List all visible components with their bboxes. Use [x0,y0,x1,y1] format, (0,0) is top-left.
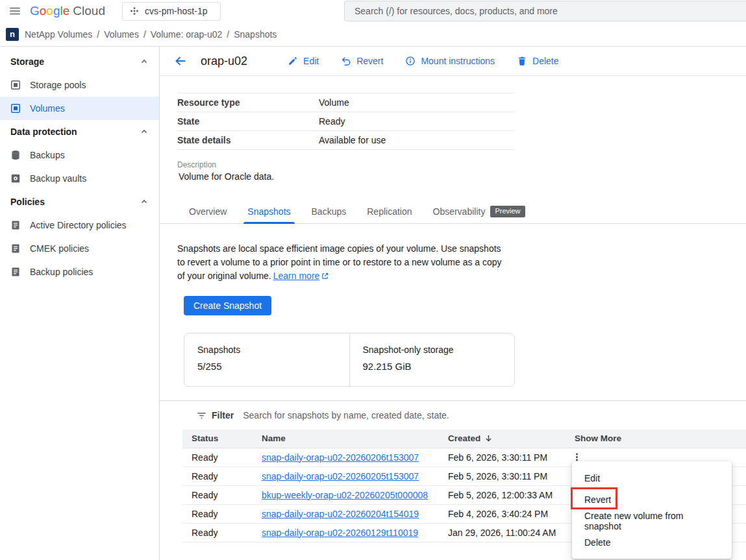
snapshot-link[interactable]: snap-daily-orap-u02-20260129t110019 [262,528,418,538]
tab-overview[interactable]: Overview [179,199,237,223]
stat-snapshot-count: Snapshots 5/255 [184,334,349,386]
snapshot-actions-menu: Edit Revert Create new volume from snaps… [572,461,732,559]
page-actions: Edit Revert Mount instructions Delete [288,56,558,66]
breadcrumb-separator: / [143,29,146,40]
sidebar-section-policies[interactable]: Policies [0,190,159,213]
filter-input[interactable] [243,410,730,420]
menu-item-delete[interactable]: Delete [572,531,732,553]
backups-icon [10,149,21,161]
breadcrumb-item-volumes[interactable]: Volumes [104,29,139,40]
description-label: Description [177,160,746,169]
filter-bar[interactable]: Filter [160,401,746,430]
sidebar-item-cmek-policies[interactable]: CMEK policies [0,237,159,260]
sidebar-item-storage-pools[interactable]: Storage pools [0,73,159,97]
menu-icon[interactable] [5,1,25,21]
policy-document-icon [10,266,21,278]
sort-descending-icon[interactable] [484,434,493,443]
action-label: Revert [356,56,383,66]
breadcrumb-separator: / [97,29,99,40]
action-label: Mount instructions [421,56,495,66]
detail-label: State [177,116,319,127]
logo-letter: G [30,4,40,18]
project-selector[interactable]: cvs-pm-host-1p [122,2,221,21]
sidebar-item-backups[interactable]: Backups [0,143,159,167]
search-input[interactable] [354,6,739,16]
google-cloud-logo[interactable]: Google Cloud [30,4,105,18]
tab-snapshots[interactable]: Snapshots [237,199,301,223]
logo-cloud-text: Cloud [73,4,105,18]
sidebar-nav: Storage Storage pools Volumes Data prote… [0,47,160,560]
sidebar-item-label: Backup policies [30,267,93,277]
page-title: orap-u02 [201,55,247,68]
sidebar-item-active-directory-policies[interactable]: Active Directory policies [0,213,159,237]
tab-backups[interactable]: Backups [301,199,357,223]
menu-item-create-new-volume-from-snapshot[interactable]: Create new volume from snapshot [572,510,732,531]
sidebar-item-backup-policies[interactable]: Backup policies [0,260,159,284]
snapshot-link[interactable]: snap-daily-orap-u02-20260206t153007 [262,452,419,463]
breadcrumb-separator: / [227,29,229,40]
volumes-icon [10,103,21,114]
back-button[interactable] [171,51,190,71]
filter-label[interactable]: Filter [212,410,234,420]
snapshot-link[interactable]: snap-daily-orap-u02-20260205t153007 [262,471,419,481]
chevron-up-icon [140,58,148,66]
logo-letter: e [63,4,70,18]
cell-created: Feb 6, 2026, 3:30:11 PM [439,448,566,467]
snapshot-stats-card: Snapshots 5/255 Snapshot-only storage 92… [184,333,515,387]
tab-observability[interactable]: Observability Preview [423,199,536,223]
cell-name: snap-daily-orap-u02-20260204t154019 [253,504,439,523]
snapshots-description: Snapshots are local space efficient imag… [177,242,511,283]
col-header-show-more: Show More [566,430,746,448]
col-header-created[interactable]: Created [439,430,566,448]
revert-button[interactable]: Revert [341,56,383,66]
breadcrumb-item-volume-orap-u02[interactable]: Volume: orap-u02 [151,29,223,40]
preview-badge: Preview [490,206,525,217]
col-header-name: Name [253,430,439,448]
project-name: cvs-pm-host-1p [145,6,207,16]
sidebar-section-storage[interactable]: Storage [0,50,159,73]
policy-document-icon [10,219,21,231]
pencil-icon [288,56,298,66]
sidebar-section-data-protection[interactable]: Data protection [0,120,159,143]
detail-row: Resource type Volume [177,93,515,112]
menu-item-revert[interactable]: Revert [572,489,732,510]
edit-button[interactable]: Edit [288,56,319,66]
sidebar-item-label: Active Directory policies [30,220,127,230]
col-header-status: Status [182,430,253,448]
tab-label: Observability [433,206,486,217]
filter-icon[interactable] [196,410,207,421]
detail-row: State Ready [177,112,515,131]
tab-replication[interactable]: Replication [356,199,422,223]
create-snapshot-button[interactable]: Create Snapshot [184,296,271,315]
learn-more-link[interactable]: Learn more [273,271,329,281]
snapshot-link[interactable]: snap-daily-orap-u02-20260204t154019 [262,509,419,519]
cell-created: Feb 5, 2026, 3:30:11 PM [439,467,566,485]
snapshot-link[interactable]: bkup-weekly-orap-u02-20260205t000008 [262,490,428,500]
sidebar-item-label: Volumes [30,103,65,114]
cell-name: snap-daily-orap-u02-20260129t110019 [253,523,439,542]
cell-created: Feb 4, 2026, 3:40:24 PM [439,504,566,523]
info-icon [405,56,416,66]
tab-label: Snapshots [247,206,290,217]
sidebar-item-backup-vaults[interactable]: Backup vaults [0,167,159,190]
cell-created: Feb 5, 2026, 12:00:33 AM [439,485,566,504]
sidebar-item-volumes[interactable]: Volumes [0,97,159,120]
breadcrumb-item-netapp-volumes[interactable]: NetApp Volumes [25,29,92,40]
cell-status: Ready [182,485,253,504]
cell-status: Ready [182,523,253,542]
menu-item-edit[interactable]: Edit [572,467,732,489]
logo-letter: o [40,4,47,18]
search-bar[interactable] [344,1,746,21]
detail-row: State details Available for use [177,131,515,150]
trash-icon [517,56,527,66]
cell-status: Ready [182,467,253,485]
delete-button[interactable]: Delete [517,56,558,66]
action-label: Delete [532,56,558,66]
back-arrow-icon [174,55,187,67]
cell-name: snap-daily-orap-u02-20260205t153007 [253,467,439,485]
action-label: Edit [303,56,319,66]
tab-bar: Overview Snapshots Backups Replication O… [160,199,746,224]
section-title: Data protection [10,127,77,137]
sidebar-item-label: Backups [30,150,65,160]
mount-instructions-button[interactable]: Mount instructions [405,56,495,66]
